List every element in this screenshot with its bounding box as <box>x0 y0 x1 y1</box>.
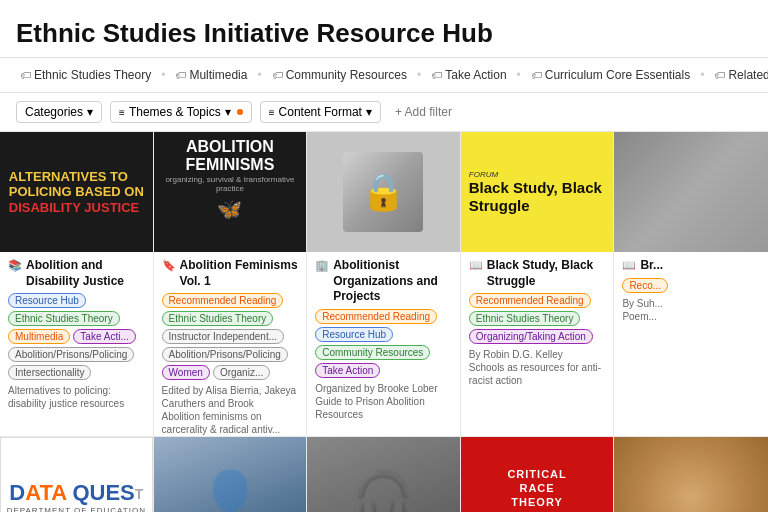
chevron-down-icon-2: ▾ <box>225 105 231 119</box>
card-3: 🔒 🏢 Abolitionist Organizations and Proje… <box>307 132 461 436</box>
card-2-thumb-text: ABOLITIONFEMINISMS <box>185 138 274 173</box>
content-format-filter[interactable]: ≡ Content Format ▾ <box>260 101 381 123</box>
card-3-title[interactable]: Abolitionist Organizations and Projects <box>333 258 452 305</box>
bookmark-icon-2: 🔖 <box>162 259 176 272</box>
list-icon: ≡ <box>119 107 125 118</box>
tag-ethnic-studies[interactable]: 🏷 Ethnic Studies Theory <box>16 66 155 84</box>
tag-campus[interactable]: 🏷 Related Campus Resource <box>710 66 768 84</box>
tag-pill[interactable]: Ethnic Studies Theory <box>8 311 120 326</box>
card-8-thumbnail: 🎧 <box>307 437 460 512</box>
card-6: DATA QUEST DEPARTMENT OF EDUCATION ✏️ Ca… <box>0 437 154 512</box>
card-2-title[interactable]: Abolition Feminisms Vol. 1 <box>180 258 299 289</box>
butterfly-icon: 🦋 <box>217 197 242 221</box>
card-3-thumbnail: 🔒 <box>307 132 460 252</box>
tag-pill[interactable]: Ethnic Studies Theory <box>469 311 581 326</box>
tag-pill[interactable]: Resource Hub <box>8 293 86 308</box>
book-icon-5: 📖 <box>622 259 636 272</box>
wood-texture <box>614 437 768 512</box>
card-1-thumb-text: ALTERNATIVES TOPOLICING BASED ONDISABILI… <box>9 169 144 216</box>
list-icon-2: ≡ <box>269 107 275 118</box>
card-3-tags: Recommended Reading Resource Hub Communi… <box>315 309 452 378</box>
book-icon-4: 📖 <box>469 259 483 272</box>
card-2: ABOLITIONFEMINISMS organizing, survival … <box>154 132 308 436</box>
card-9-thumbnail: CRIticalRACETHEORY THE KEY WRITINGS THAT… <box>461 437 614 512</box>
card-5-thumbnail <box>614 132 768 252</box>
card-10-thumbnail <box>614 437 768 512</box>
card-4-title[interactable]: Black Study, Black Struggle <box>487 258 606 289</box>
card-10: 📄 Cu... Ethnic... By Ker... <box>614 437 768 512</box>
card-8: 🎧 🎙 Changemaker Ethnic Studies Podcast A… <box>307 437 461 512</box>
tag-pill[interactable]: Abolition/Prisons/Policing <box>8 347 134 362</box>
tag-pill[interactable]: Take Acti... <box>73 329 135 344</box>
person-silhouette-icon: 👤 <box>199 468 261 512</box>
chevron-down-icon: ▾ <box>87 105 93 119</box>
card-5-meta: By Suh...Poem... <box>622 297 760 323</box>
card-4-tags: Recommended Reading Ethnic Studies Theor… <box>469 293 606 344</box>
card-7: 👤 📄 Captivity, Kinship, and Black Mascul… <box>154 437 308 512</box>
card-5-body: 📖 Br... Reco... By Suh...Poem... <box>614 252 768 323</box>
card-1-meta: Alternatives to policing: disability jus… <box>8 384 145 410</box>
card-4-thumbnail: FORUM Black Study, Black Struggle <box>461 132 614 252</box>
card-4-thumb-text: Black Study, Black Struggle <box>469 179 606 215</box>
tag-pill[interactable]: Organizing/Taking Action <box>469 329 593 344</box>
tag-pill[interactable]: Organiz... <box>213 365 270 380</box>
card-5-title[interactable]: Br... <box>640 258 663 274</box>
tag-icon-1: 🏷 <box>20 69 31 81</box>
tag-curriculum[interactable]: 🏷 Curriculum Core Essentials <box>527 66 694 84</box>
headphones-icon: 🎧 <box>352 468 414 512</box>
card-9: CRIticalRACETHEORY THE KEY WRITINGS THAT… <box>461 437 615 512</box>
person-photo: 👤 <box>154 437 307 512</box>
card-4: FORUM Black Study, Black Struggle 📖 Blac… <box>461 132 615 436</box>
tag-pill[interactable]: Abolition/Prisons/Policing <box>162 347 288 362</box>
book-icon-1: 📚 <box>8 259 22 272</box>
card-1-tags: Resource Hub Ethnic Studies Theory Multi… <box>8 293 145 380</box>
tag-navigation: 🏷 Ethnic Studies Theory • 🏷 Multimedia •… <box>0 58 768 93</box>
card-1: ALTERNATIVES TOPOLICING BASED ONDISABILI… <box>0 132 154 436</box>
card-1-thumbnail: ALTERNATIVES TOPOLICING BASED ONDISABILI… <box>0 132 153 252</box>
dept-label: DEPARTMENT OF EDUCATION <box>7 506 146 512</box>
card-4-body: 📖 Black Study, Black Struggle Recommende… <box>461 252 614 387</box>
tag-pill[interactable]: Take Action <box>315 363 380 378</box>
tag-pill[interactable]: Women <box>162 365 210 380</box>
tag-take-action[interactable]: 🏷 Take Action <box>427 66 510 84</box>
card-1-title[interactable]: Abolition and Disability Justice <box>26 258 145 289</box>
card-4-meta: By Robin D.G. KelleySchools as resources… <box>469 348 606 387</box>
tag-pill[interactable]: Instructor Independent... <box>162 329 284 344</box>
card-7-thumbnail: 👤 <box>154 437 307 512</box>
tag-community[interactable]: 🏷 Community Resources <box>268 66 411 84</box>
page-wrapper: Ethnic Studies Initiative Resource Hub 🏷… <box>0 0 768 512</box>
card-row-1: ALTERNATIVES TOPOLICING BASED ONDISABILI… <box>0 132 768 436</box>
themes-filter[interactable]: ≡ Themes & Topics ▾ <box>110 101 252 123</box>
tag-pill[interactable]: Ethnic Studies Theory <box>162 311 274 326</box>
tag-icon-2: 🏷 <box>175 69 186 81</box>
tag-pill[interactable]: Intersectionality <box>8 365 91 380</box>
card-row-2: DATA QUEST DEPARTMENT OF EDUCATION ✏️ Ca… <box>0 436 768 512</box>
podcast-photo: 🎧 <box>307 437 460 512</box>
card-3-body: 🏢 Abolitionist Organizations and Project… <box>307 252 460 421</box>
lock-image: 🔒 <box>343 152 423 232</box>
filter-bar: Categories ▾ ≡ Themes & Topics ▾ ≡ Conte… <box>0 93 768 132</box>
active-filter-dot <box>237 109 243 115</box>
card-2-tags: Recommended Reading Ethnic Studies Theor… <box>162 293 299 380</box>
forum-label: FORUM <box>469 170 498 179</box>
tag-multimedia[interactable]: 🏷 Multimedia <box>171 66 251 84</box>
crt-thumb-text: CRIticalRACETHEORY <box>507 467 566 510</box>
card-2-meta: Edited by Alisa Bierria, Jakeya Caruther… <box>162 384 299 436</box>
card-3-meta: Organized by Brooke LoberGuide to Prison… <box>315 382 452 421</box>
tag-icon-4: 🏷 <box>431 69 442 81</box>
tag-pill[interactable]: Multimedia <box>8 329 70 344</box>
add-filter-button[interactable]: + Add filter <box>389 102 458 122</box>
categories-filter[interactable]: Categories ▾ <box>16 101 102 123</box>
tag-icon-5: 🏷 <box>531 69 542 81</box>
tag-pill[interactable]: Recommended Reading <box>469 293 591 308</box>
building-icon-3: 🏢 <box>315 259 329 272</box>
page-title: Ethnic Studies Initiative Resource Hub <box>16 18 752 49</box>
tag-pill[interactable]: Recommended Reading <box>162 293 284 308</box>
card-2-body: 🔖 Abolition Feminisms Vol. 1 Recommended… <box>154 252 307 436</box>
tag-pill[interactable]: Reco... <box>622 278 668 293</box>
dataquest-logo: DATA QUEST <box>7 480 146 506</box>
page-header: Ethnic Studies Initiative Resource Hub <box>0 0 768 58</box>
tag-pill[interactable]: Recommended Reading <box>315 309 437 324</box>
tag-pill[interactable]: Community Resources <box>315 345 430 360</box>
tag-pill[interactable]: Resource Hub <box>315 327 393 342</box>
